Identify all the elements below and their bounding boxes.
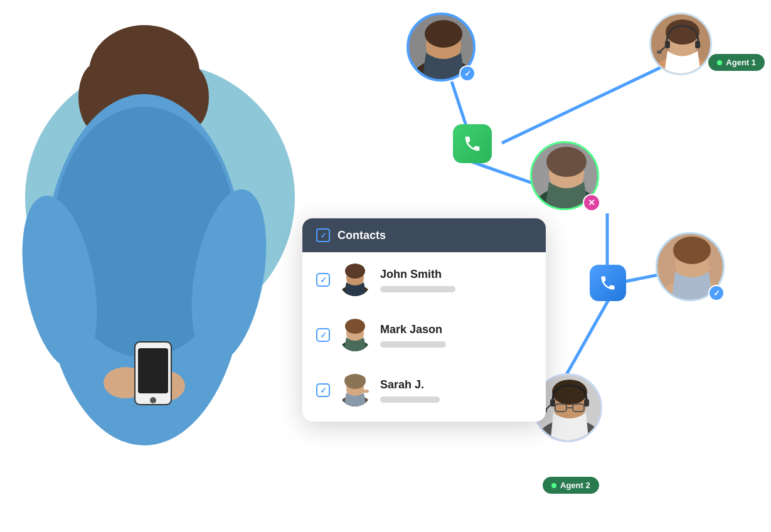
- contact-item-mark[interactable]: ✓ Mark Jason: [302, 307, 546, 363]
- svg-point-42: [552, 380, 587, 405]
- contact-name-mark: Mark Jason: [380, 323, 446, 336]
- phone-icon-green: [463, 134, 482, 153]
- contact-info-john: John Smith: [380, 268, 455, 292]
- svg-point-52: [345, 263, 365, 279]
- checkbox-mark[interactable]: ✓: [316, 328, 330, 342]
- agent2-badge: Agent 2: [543, 477, 599, 494]
- svg-point-38: [673, 237, 711, 264]
- svg-rect-32: [665, 41, 670, 48]
- svg-rect-39: [698, 265, 711, 270]
- agent1-badge: Agent 1: [708, 54, 765, 71]
- contact-name-john: John Smith: [380, 268, 455, 281]
- avatar-mark: [339, 319, 371, 351]
- blue-phone-button[interactable]: [590, 265, 626, 301]
- check-badge-lower: ✓: [708, 285, 725, 301]
- avatar-sarah: [339, 374, 371, 407]
- svg-point-27: [546, 147, 587, 177]
- x-badge: ✕: [583, 194, 600, 211]
- contacts-header: ✓ Contacts: [302, 218, 546, 252]
- svg-point-35: [657, 50, 662, 54]
- svg-rect-33: [695, 41, 700, 48]
- svg-rect-46: [550, 399, 555, 407]
- svg-rect-47: [584, 399, 589, 407]
- green-phone-button[interactable]: [453, 124, 492, 163]
- contact-detail-john: [380, 286, 455, 292]
- contact-info-sarah: Sarah J.: [380, 378, 440, 403]
- contact-info-mark: Mark Jason: [380, 323, 446, 348]
- agent2-label: Agent 2: [560, 481, 590, 490]
- phone-icon-blue: [599, 274, 617, 292]
- agent1-person-node: [649, 13, 715, 78]
- agent2-status-dot: [551, 483, 556, 488]
- contact-item-sarah[interactable]: ✓ Sarah J.: [302, 363, 546, 422]
- contacts-title: Contacts: [338, 229, 386, 242]
- svg-point-24: [425, 20, 462, 48]
- svg-point-55: [345, 319, 365, 334]
- lower-person-node: ✓: [656, 232, 727, 304]
- checkbox-john[interactable]: ✓: [316, 273, 330, 287]
- contacts-panel: ✓ Contacts ✓ John Smith ✓: [302, 218, 546, 422]
- check-badge-top: ✓: [459, 65, 476, 82]
- contact-name-sarah: Sarah J.: [380, 378, 440, 391]
- avatar-john: [339, 263, 371, 296]
- checkbox-sarah[interactable]: ✓: [316, 383, 330, 397]
- contact-detail-mark: [380, 341, 446, 348]
- agent1-status-dot: [717, 60, 722, 65]
- header-checkbox-icon: ✓: [316, 228, 330, 242]
- top-person-node: ✓: [407, 13, 478, 84]
- mid-person-node: ✕: [530, 141, 602, 213]
- contact-detail-sarah: [380, 396, 440, 403]
- agent1-label: Agent 1: [726, 58, 756, 67]
- svg-rect-59: [361, 390, 369, 393]
- svg-line-48: [546, 405, 550, 410]
- contact-item-john[interactable]: ✓ John Smith: [302, 252, 546, 307]
